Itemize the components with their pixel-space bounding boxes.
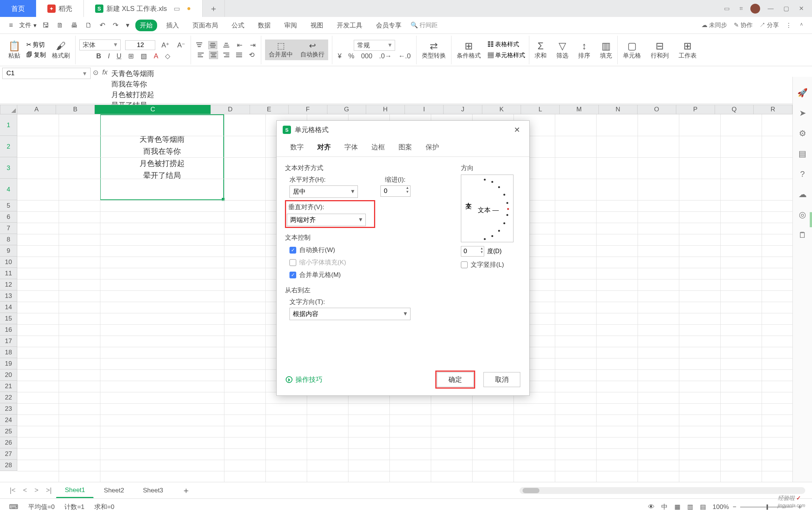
fill-button[interactable]: ▥填充 (598, 40, 614, 60)
collab-button[interactable]: ✎ 协作 (734, 21, 752, 29)
col-K[interactable]: K (482, 105, 521, 114)
sheet-tab-3[interactable]: Sheet3 (134, 483, 172, 498)
row-24[interactable]: 24 (0, 415, 17, 426)
dropdown-icon[interactable]: ⊙ (93, 68, 98, 77)
worksheet-button[interactable]: ⊞工作表 (677, 40, 698, 60)
menu-formula[interactable]: 公式 (227, 20, 249, 31)
row-26[interactable]: 26 (0, 437, 17, 448)
row-21[interactable]: 21 (0, 381, 17, 392)
row-23[interactable]: 23 (0, 403, 17, 415)
row-3[interactable]: 3 (0, 157, 17, 179)
apps-icon[interactable]: ⌗ (737, 4, 745, 14)
file-menu[interactable]: 文件▾ (19, 21, 36, 29)
tab-daoke[interactable]: ✦ 稻壳 (36, 0, 84, 17)
col-N[interactable]: N (599, 105, 638, 114)
row-19[interactable]: 19 (0, 358, 17, 369)
more-icon[interactable]: ⋮ (786, 22, 792, 29)
paste-button[interactable]: 📋粘贴 (7, 40, 22, 60)
col-R[interactable]: R (754, 105, 792, 114)
help-icon[interactable]: ? (800, 169, 804, 179)
col-L[interactable]: L (521, 105, 560, 114)
collapse-icon[interactable]: ＾ (798, 21, 804, 29)
view-normal-icon[interactable]: ▦ (674, 503, 680, 511)
sheet-tab-add[interactable]: ＋ (173, 482, 199, 500)
table-style-button[interactable]: ☷ 表格样式 (488, 41, 525, 49)
row-9[interactable]: 9 (0, 245, 17, 257)
row-5[interactable]: 5 (0, 200, 17, 211)
col-G[interactable]: G (327, 105, 366, 114)
share-button[interactable]: ↗ 分享 (759, 21, 779, 29)
layout-rail-icon[interactable]: ▤ (798, 149, 806, 159)
row-20[interactable]: 20 (0, 369, 17, 381)
cond-format-button[interactable]: ⊞条件格式 (455, 40, 482, 60)
col-C[interactable]: C (95, 105, 211, 114)
col-H[interactable]: H (366, 105, 405, 114)
dialog-title-bar[interactable]: S 单元格格式 ✕ (277, 121, 529, 139)
tab-first-icon[interactable]: |< (7, 486, 18, 494)
wrap-checkbox[interactable]: ✓自动换行(W) (289, 246, 446, 254)
dtab-protect[interactable]: 保护 (419, 139, 446, 156)
indent-decrease-icon[interactable]: ⇤ (235, 41, 244, 49)
col-P[interactable]: P (676, 105, 715, 114)
increase-font-icon[interactable]: A⁺ (160, 41, 171, 49)
sheet-tab-1[interactable]: Sheet1 (56, 483, 94, 498)
menu-start[interactable]: 开始 (135, 20, 157, 31)
saveas-icon[interactable]: 🗎 (55, 21, 65, 29)
dec-decimal-icon[interactable]: ←.0 (397, 52, 412, 60)
minimize-icon[interactable]: — (765, 4, 776, 14)
copy-button[interactable]: 🗐 复制 (26, 51, 46, 59)
row-22[interactable]: 22 (0, 392, 17, 403)
align-right-icon[interactable] (222, 51, 231, 59)
col-F[interactable]: F (289, 105, 327, 114)
comma-icon[interactable]: 000 (360, 52, 374, 60)
dtab-font[interactable]: 字体 (338, 139, 365, 156)
col-A[interactable]: A (17, 105, 56, 114)
status-mode-icon[interactable]: ⌨ (9, 503, 18, 511)
orientation-picker[interactable]: 文本 文本 — (461, 175, 514, 242)
type-convert-button[interactable]: ⇄类型转换 (420, 40, 447, 60)
underline-icon[interactable]: U (115, 52, 123, 60)
ok-button[interactable]: 确定 (437, 372, 474, 387)
row-7[interactable]: 7 (0, 223, 17, 234)
cells-button[interactable]: ▢单元格 (621, 40, 642, 60)
merge-checkbox[interactable]: ✓合并单元格(M) (289, 270, 446, 279)
tab-add[interactable]: ＋ (203, 0, 225, 17)
col-J[interactable]: J (444, 105, 482, 114)
degree-spinner[interactable]: 0 (461, 246, 484, 257)
eye-icon[interactable]: 👁 (648, 503, 654, 511)
settings-icon[interactable]: ⚙ (799, 129, 806, 138)
align-bottom-icon[interactable] (222, 41, 231, 49)
col-Q[interactable]: Q (715, 105, 754, 114)
menu-vip[interactable]: 会员专享 (371, 20, 406, 31)
inc-decimal-icon[interactable]: .0→ (378, 52, 393, 60)
tab-next-icon[interactable]: > (32, 486, 42, 494)
cursor-icon[interactable]: ➤ (799, 108, 806, 118)
row-28[interactable]: 28 (0, 460, 17, 471)
fx-icon[interactable]: fx (102, 68, 108, 76)
menu-dd-icon[interactable]: ▾ (124, 21, 131, 29)
tab-document[interactable]: S 新建 XLS 工作表.xls ▭ ● (84, 0, 203, 17)
align-left-icon[interactable] (196, 51, 205, 59)
row-10[interactable]: 10 (0, 257, 17, 268)
cancel-button[interactable]: 取消 (483, 372, 520, 387)
font-color-icon[interactable]: A (152, 52, 160, 60)
row-18[interactable]: 18 (0, 347, 17, 358)
sort-button[interactable]: ↕排序 (577, 40, 592, 60)
border-icon[interactable]: ⊞ (127, 52, 135, 60)
view-break-icon[interactable]: ▤ (700, 503, 706, 511)
indent-increase-icon[interactable]: ⇥ (248, 41, 257, 49)
undo-icon[interactable]: ↶ (98, 21, 107, 29)
decrease-font-icon[interactable]: A⁻ (176, 41, 187, 49)
avatar[interactable] (750, 4, 760, 14)
indent-spinner[interactable]: 0 (380, 185, 411, 197)
sync-status[interactable]: ☁ 未同步 (701, 21, 727, 29)
tab-home[interactable]: 首页 (0, 0, 36, 17)
horizontal-scrollbar[interactable] (520, 487, 805, 494)
row-25[interactable]: 25 (0, 426, 17, 437)
row-11[interactable]: 11 (0, 268, 17, 279)
close-icon[interactable]: ✕ (797, 3, 806, 14)
merge-center-button[interactable]: ⬚合并居中 (265, 39, 297, 60)
number-format-select[interactable]: 常规 (354, 40, 395, 51)
tips-link[interactable]: 操作技巧 (286, 375, 323, 384)
hamburger-icon[interactable]: ≡ (8, 21, 15, 29)
